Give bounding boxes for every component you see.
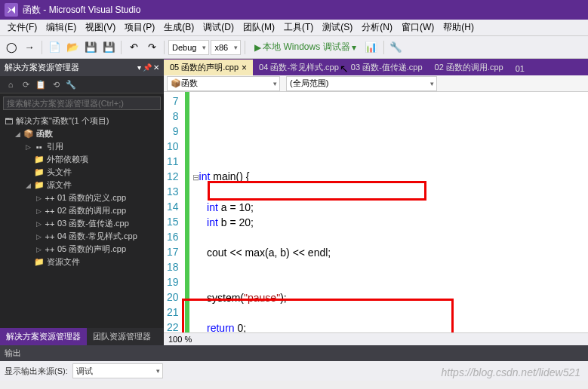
project-node[interactable]: ◢📦函数 xyxy=(0,127,164,140)
separator xyxy=(383,41,384,54)
new-button[interactable]: 📄 xyxy=(46,39,63,56)
editor-tab[interactable]: 03 函数-值传递.cpp xyxy=(345,60,429,75)
menu-help[interactable]: 帮助(H) xyxy=(439,20,479,35)
panel-menu-icon[interactable]: 📌 xyxy=(143,63,152,72)
scope-project-dropdown[interactable]: 📦 函数 xyxy=(167,76,280,91)
solution-explorer-panel: 解决方案资源管理器 ▾📌✕ ⌂ ⟳ 📋 ⟲ 🔧 🗔解决方案"函数"(1 个项目)… xyxy=(0,59,164,345)
tool-misc1[interactable]: 📊 xyxy=(363,39,380,56)
editor-tab[interactable]: 01 xyxy=(509,62,531,75)
editor-tabs: 05 函数的声明.cpp× 04 函数-常见样式.cpp 03 函数-值传递.c… xyxy=(164,59,588,75)
refresh-icon[interactable]: ⟲ xyxy=(50,78,62,90)
menubar: 文件(F) 编辑(E) 视图(V) 项目(P) 生成(B) 调试(D) 团队(M… xyxy=(0,20,588,36)
tab-team-explorer[interactable]: 团队资源管理器 xyxy=(87,328,157,345)
panel-toolbar: ⌂ ⟳ 📋 ⟲ 🔧 xyxy=(0,76,164,93)
panel-title: 解决方案资源管理器 ▾📌✕ xyxy=(0,59,164,76)
code-content[interactable]: ⊟int main() { int a = 10; int b = 20; co… xyxy=(189,92,588,332)
props-icon[interactable]: 🔧 xyxy=(65,78,77,90)
separator xyxy=(42,41,42,54)
file-node[interactable]: ▷++03 函数-值传递.cpp xyxy=(0,217,164,230)
file-node[interactable]: ▷++02 函数的调用.cpp xyxy=(0,204,164,217)
line-gutter: 7891011121314151617181920212223 xyxy=(164,92,185,332)
solution-icon: 🗔 xyxy=(3,117,14,126)
menu-build[interactable]: 生成(B) xyxy=(159,20,199,35)
project-icon: 📦 xyxy=(23,129,34,139)
search-input[interactable] xyxy=(3,96,161,110)
refs-node[interactable]: ▷▪▪引用 xyxy=(0,140,164,153)
tool-misc2[interactable]: 🔧 xyxy=(388,39,405,56)
main-toolbar: ◯ → 📄 📂 💾 💾 ↶ ↷ Debug x86 ▶本地 Windows 调试… xyxy=(0,36,588,59)
sources-node[interactable]: ◢📁源文件 xyxy=(0,179,164,191)
solution-node[interactable]: 🗔解决方案"函数"(1 个项目) xyxy=(0,115,164,127)
output-title: 输出 xyxy=(0,345,588,361)
expand-icon[interactable]: ▷ xyxy=(24,143,32,151)
home-icon[interactable]: ⌂ xyxy=(5,78,17,90)
nav-fwd-button[interactable]: → xyxy=(21,39,38,56)
menu-edit[interactable]: 编辑(E) xyxy=(42,20,81,35)
menu-test[interactable]: 测试(S) xyxy=(318,20,357,35)
window-title: 函数 - Microsoft Visual Studio xyxy=(23,4,141,17)
separator xyxy=(164,41,165,54)
expand-icon[interactable]: ◢ xyxy=(14,130,21,138)
output-panel: 输出 显示输出来源(S): 调试 xyxy=(0,345,588,381)
folder-icon: 📁 xyxy=(34,167,45,177)
undo-button[interactable]: ↶ xyxy=(125,39,142,56)
save-button[interactable]: 💾 xyxy=(82,39,99,56)
save-all-button[interactable]: 💾 xyxy=(100,39,117,56)
editor-tab[interactable]: 04 函数-常见样式.cpp xyxy=(253,60,345,75)
editor-area: 05 函数的声明.cpp× 04 函数-常见样式.cpp 03 函数-值传递.c… xyxy=(164,59,588,345)
nav-back-button[interactable]: ◯ xyxy=(3,39,20,56)
cpp-icon: ++ xyxy=(45,245,55,254)
resources-node[interactable]: 📁资源文件 xyxy=(0,256,164,268)
close-icon[interactable]: × xyxy=(242,63,247,73)
context-bar: 📦 函数 (全局范围) xyxy=(164,75,588,92)
menu-window[interactable]: 窗口(W) xyxy=(397,20,439,35)
expand-icon[interactable]: ◢ xyxy=(24,182,32,189)
tab-solution-explorer[interactable]: 解决方案资源管理器 xyxy=(0,328,87,345)
scope-global-dropdown[interactable]: (全局范围) xyxy=(286,76,437,91)
file-node[interactable]: ▷++05 函数的声明.cpp xyxy=(0,243,164,256)
external-node[interactable]: 📁外部依赖项 xyxy=(0,153,164,166)
open-button[interactable]: 📂 xyxy=(64,39,81,56)
code-editor[interactable]: 7891011121314151617181920212223 ⊟int mai… xyxy=(164,92,588,332)
tool-icon[interactable]: 📋 xyxy=(35,78,47,90)
sync-icon[interactable]: ⟳ xyxy=(20,78,32,90)
separator xyxy=(245,41,245,54)
close-icon[interactable]: ✕ xyxy=(153,63,159,72)
folder-icon: 📁 xyxy=(34,257,45,267)
panel-title-text: 解决方案资源管理器 xyxy=(5,62,79,73)
zoom-status[interactable]: 100 % xyxy=(164,332,588,345)
solution-tree: 🗔解决方案"函数"(1 个项目) ◢📦函数 ▷▪▪引用 📁外部依赖项 📁头文件 … xyxy=(0,113,164,328)
editor-tab[interactable]: 02 函数的调用.cpp xyxy=(429,60,509,75)
output-source-dropdown[interactable]: 调试 xyxy=(72,363,163,378)
menu-project[interactable]: 项目(P) xyxy=(120,20,159,35)
pin-icon[interactable]: ▾ xyxy=(137,63,141,72)
menu-team[interactable]: 团队(M) xyxy=(239,20,279,35)
separator xyxy=(121,41,122,54)
headers-node[interactable]: 📁头文件 xyxy=(0,166,164,179)
cpp-icon: ++ xyxy=(45,207,55,216)
cpp-icon: ++ xyxy=(45,219,55,228)
menu-tools[interactable]: 工具(T) xyxy=(279,20,318,35)
cpp-icon: ++ xyxy=(45,194,55,203)
file-node[interactable]: ▷++04 函数-常见样式.cpp xyxy=(0,230,164,243)
menu-file[interactable]: 文件(F) xyxy=(3,20,42,35)
output-toolbar: 显示输出来源(S): 调试 xyxy=(0,361,588,381)
cpp-icon: ++ xyxy=(45,232,55,241)
refs-icon: ▪▪ xyxy=(34,142,45,152)
redo-button[interactable]: ↷ xyxy=(143,39,160,56)
play-icon: ▶ xyxy=(254,42,261,53)
search-box xyxy=(3,96,161,110)
folder-icon: 📁 xyxy=(34,180,45,190)
panel-tabs: 解决方案资源管理器 团队资源管理器 xyxy=(0,328,164,345)
folder-icon: 📁 xyxy=(34,155,45,164)
platform-dropdown[interactable]: x86 xyxy=(211,40,241,55)
file-node[interactable]: ▷++01 函数的定义.cpp xyxy=(0,191,164,204)
menu-view[interactable]: 视图(V) xyxy=(81,20,120,35)
menu-analyze[interactable]: 分析(N) xyxy=(357,20,397,35)
start-debug-button[interactable]: ▶本地 Windows 调试器 ▾ xyxy=(249,39,361,56)
titlebar: 函数 - Microsoft Visual Studio xyxy=(0,0,588,20)
config-dropdown[interactable]: Debug xyxy=(168,40,209,55)
menu-debug[interactable]: 调试(D) xyxy=(199,20,239,35)
vs-logo-icon xyxy=(5,3,18,17)
editor-tab[interactable]: 05 函数的声明.cpp× xyxy=(164,60,253,75)
